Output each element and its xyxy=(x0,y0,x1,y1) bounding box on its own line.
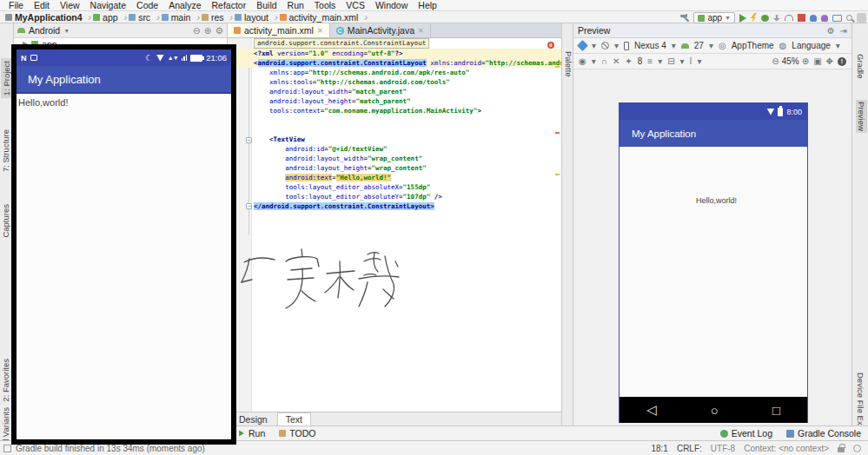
warning-stripe-mark[interactable] xyxy=(555,174,560,175)
tool-button-palette[interactable]: Palette xyxy=(564,51,573,77)
menu-navigate[interactable]: Navigate xyxy=(85,0,131,10)
stop-button[interactable] xyxy=(798,14,805,22)
fold-marker[interactable]: − xyxy=(246,137,252,143)
code-line[interactable]: <TextView xyxy=(254,135,561,144)
close-icon[interactable]: ✕ xyxy=(418,27,424,35)
code-line[interactable]: tools:layout_editor_absoluteX="155dp" xyxy=(254,182,561,192)
code-line[interactable]: <android.support.constraint.ConstraintLa… xyxy=(228,58,561,68)
background-tasks-icon[interactable] xyxy=(853,445,861,452)
warnings-errors-icon[interactable]: ! xyxy=(838,57,846,66)
tool-button-preview[interactable]: Preview xyxy=(856,100,867,133)
preview-textview[interactable]: Hello,world! xyxy=(696,196,737,205)
breadcrumb-file[interactable]: activity_main.xml› xyxy=(280,12,368,23)
default-margin-value[interactable]: 8 xyxy=(638,56,643,66)
breadcrumb-layout[interactable]: layout› xyxy=(235,12,278,23)
warning-stripe-mark[interactable] xyxy=(555,66,560,68)
tool-button-todo[interactable]: TODO xyxy=(272,426,322,440)
emulator-window[interactable]: N ☾ ▲▼ 21:06 My Application Hello,world! xyxy=(11,44,236,445)
avd-manager-icon[interactable] xyxy=(810,15,817,22)
code-line[interactable]: android:layout_height="wrap_content" xyxy=(254,163,561,173)
tool-button-captures[interactable]: Captures xyxy=(1,204,10,238)
menu-vcs[interactable]: VCS xyxy=(341,0,370,10)
preview-device-screen[interactable]: 8:00 My Application Hello,world! ◁ ○ □ xyxy=(619,102,808,423)
align-icon[interactable]: ⊟ xyxy=(667,56,674,66)
encoding-indicator[interactable]: UTF-8 xyxy=(711,444,735,453)
code-line[interactable]: android:id="@+id/textView" xyxy=(254,144,561,154)
code-line[interactable]: android:layout_width="wrap_content" xyxy=(254,154,561,163)
search-everywhere-icon[interactable] xyxy=(846,15,852,21)
code-line[interactable]: tools:context="com.noname.myapplication.… xyxy=(254,106,561,115)
close-icon[interactable]: ✕ xyxy=(317,27,323,35)
tool-button-structure[interactable]: 7: Structure xyxy=(1,129,10,172)
collapse-all-icon[interactable]: ⊖ xyxy=(193,25,201,36)
menu-build[interactable]: Build xyxy=(251,0,282,10)
tab-text[interactable]: Text xyxy=(277,412,311,425)
breadcrumb-src[interactable]: src› xyxy=(129,12,160,23)
tab-design[interactable]: Design xyxy=(231,412,275,425)
menu-file[interactable]: File xyxy=(3,0,29,10)
code-line[interactable]: </android.support.constraint.ConstraintL… xyxy=(254,201,561,211)
zoom-out-icon[interactable]: ⊖ xyxy=(772,56,779,66)
autoconnect-magnet-icon[interactable]: ∩ xyxy=(601,56,607,66)
code-line[interactable]: android:layout_width="match_parent" xyxy=(254,87,561,96)
breadcrumb-main[interactable]: main› xyxy=(162,12,200,23)
run-button[interactable] xyxy=(739,14,746,23)
gear-icon[interactable]: ⚙ xyxy=(215,25,223,36)
line-separator-indicator[interactable]: CRLF: xyxy=(677,444,702,453)
theme-select[interactable]: AppTheme xyxy=(732,41,774,50)
menu-view[interactable]: View xyxy=(55,0,85,10)
error-stripe-mark[interactable] xyxy=(555,132,560,134)
pack-icon[interactable]: ≡ xyxy=(647,56,653,66)
code-line[interactable] xyxy=(254,115,561,125)
back-icon[interactable]: ◁ xyxy=(646,402,657,418)
menu-edit[interactable]: Edit xyxy=(29,0,55,10)
code-line[interactable]: xmlns:tools="http://schemas.android.com/… xyxy=(254,77,561,87)
debug-button[interactable] xyxy=(761,15,769,22)
code-line[interactable] xyxy=(254,125,561,135)
code-line[interactable]: <?xml version="1.0" encoding="utf-8"?> xyxy=(228,49,561,58)
api-level-select[interactable]: 27 xyxy=(694,41,704,50)
pan-icon[interactable]: ✥ xyxy=(826,56,833,66)
attach-debugger-icon[interactable] xyxy=(773,15,780,22)
home-icon[interactable]: ○ xyxy=(711,403,719,418)
zoom-in-icon[interactable]: ⊕ xyxy=(802,56,809,66)
locate-icon[interactable]: ⊕ xyxy=(204,25,212,36)
menu-refactor[interactable]: Refactor xyxy=(207,0,252,10)
tool-button-event-log[interactable]: Event Log xyxy=(713,426,779,440)
menu-help[interactable]: Help xyxy=(413,0,442,10)
view-options-eye-icon[interactable]: ◉ xyxy=(579,56,586,66)
context-indicator[interactable]: Context: <no context> xyxy=(744,444,829,453)
menu-code[interactable]: Code xyxy=(131,0,163,10)
code-line[interactable]: tools:layout_editor_absoluteY="107dp" /> xyxy=(254,192,561,201)
tool-button-gradle[interactable]: Gradle xyxy=(856,54,865,79)
device-select[interactable]: Nexus 4 xyxy=(634,41,666,50)
readonly-lock-icon[interactable] xyxy=(838,447,845,452)
language-select[interactable]: Language xyxy=(792,41,831,50)
code-line[interactable]: android:text="Hello,world!" xyxy=(254,173,561,182)
variants-layers-icon[interactable] xyxy=(577,40,588,51)
clear-constraints-icon[interactable]: ✕ xyxy=(613,56,620,66)
apply-changes-icon[interactable] xyxy=(751,13,757,23)
menu-analyze[interactable]: Analyze xyxy=(163,0,206,10)
breadcrumb-project[interactable]: MyApplication4› xyxy=(5,12,91,23)
sdk-manager-icon[interactable] xyxy=(821,15,828,22)
user-avatar[interactable] xyxy=(857,13,866,23)
project-view-select[interactable]: Android xyxy=(29,25,60,36)
caret-position[interactable]: 18:1 xyxy=(651,444,667,453)
device-monitor-icon[interactable] xyxy=(832,15,842,22)
hide-panel-icon[interactable]: ⇥ xyxy=(840,26,847,36)
menu-window[interactable]: Window xyxy=(370,0,413,10)
recents-icon[interactable]: □ xyxy=(772,403,780,418)
orientation-icon[interactable] xyxy=(601,42,609,49)
menu-tools[interactable]: Tools xyxy=(309,0,341,10)
guideline-icon[interactable]: I xyxy=(690,56,692,66)
infer-constraints-wand-icon[interactable]: ✦ xyxy=(625,56,632,66)
breadcrumb-app[interactable]: app› xyxy=(93,12,127,23)
xml-editor[interactable]: C − − − android.support.constraint.Const… xyxy=(228,38,561,412)
code-line[interactable]: android:layout_height="match_parent" xyxy=(254,96,561,106)
tab-mainactivity-java[interactable]: C MainActivity.java ✕ xyxy=(330,23,431,37)
profiler-icon[interactable] xyxy=(785,15,793,21)
breadcrumb-res[interactable]: res› xyxy=(202,12,233,23)
tool-button-gradle-console[interactable]: Gradle Console xyxy=(779,426,868,440)
emulator-app-body[interactable]: Hello,world! xyxy=(17,94,231,436)
